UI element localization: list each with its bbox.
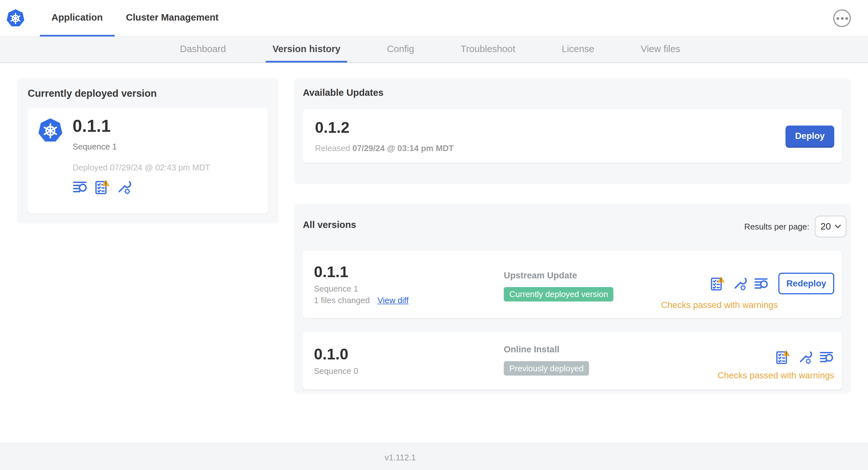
all-versions-card: All versions Results per page: 20 0.1.1 … [294,203,851,394]
preflight-checks-warning-icon[interactable] [775,349,790,364]
version-row: 0.1.1 Sequence 1 1 files changed View di… [303,250,842,318]
version-source-label: Online Install [504,345,589,355]
console-version: v1.112.1 [385,452,416,462]
chevron-down-icon [835,225,841,229]
console-footer: v1.112.1 [0,443,868,470]
tab-troubleshoot[interactable]: Troubleshoot [454,37,522,62]
deploy-button[interactable]: Deploy [786,125,834,146]
released-prefix: Released [315,143,350,153]
available-updates-card: Available Updates 0.1.2 Released 07/29/2… [294,78,851,184]
update-released-line: Released 07/29/24 @ 03:14 pm MDT [315,143,454,153]
all-versions-title: All versions [303,220,356,231]
deployed-sequence: Sequence 1 [72,141,210,151]
tab-version-history[interactable]: Version history [266,37,347,62]
previously-deployed-badge: Previously deployed [504,361,589,376]
preflight-status-text: Checks passed with warnings [661,300,778,310]
results-per-page-value: 20 [820,221,831,232]
deploy-logs-icon[interactable] [754,276,769,291]
released-timestamp: 07/29/24 @ 03:14 pm MDT [352,143,454,153]
ellipsis-icon [836,17,839,20]
version-actions-block: Redeploy Checks passed with warnings [661,273,834,310]
deployed-version-number: 0.1.1 [72,117,210,136]
available-updates-title: Available Updates [303,88,842,98]
preflight-status-text: Checks passed with warnings [717,371,834,381]
tab-dashboard[interactable]: Dashboard [174,37,232,62]
deployed-timestamp: Deployed 07/29/24 @ 02:43 pm MDT [72,163,210,172]
update-version-number: 0.1.2 [315,119,454,136]
tab-application[interactable]: Application [40,0,115,37]
all-versions-header: All versions Results per page: 20 [303,213,842,237]
tab-license[interactable]: License [555,37,601,62]
ellipsis-icon [845,17,848,20]
version-source-block: Online Install Previously deployed [504,345,589,375]
view-diff-link[interactable]: View diff [377,296,409,305]
results-per-page-select[interactable]: 20 [815,216,846,237]
deployed-version-actions [72,179,210,195]
admin-console-page: Application Cluster Management Dashboard… [0,0,868,470]
update-row: 0.1.2 Released 07/29/24 @ 03:14 pm MDT D… [303,109,842,163]
version-row: 0.1.0 Sequence 0 Online Install Previous… [303,332,842,389]
version-source-block: Upstream Update Currently deployed versi… [504,270,614,301]
tab-cluster-management[interactable]: Cluster Management [114,0,230,37]
ellipsis-icon [841,17,843,20]
kubernetes-logo [6,9,25,28]
version-source-label: Upstream Update [504,270,614,280]
edit-config-icon[interactable] [116,179,131,195]
edit-config-icon[interactable] [732,276,747,291]
files-changed-label: 1 files changed [314,296,370,305]
update-info: 0.1.2 Released 07/29/24 @ 03:14 pm MDT [315,119,454,153]
tab-config[interactable]: Config [380,37,421,62]
currently-deployed-card: Currently deployed version 0.1.1 Sequenc… [17,78,278,224]
tab-application-label: Application [52,12,103,23]
tab-view-files[interactable]: View files [634,37,687,62]
app-sub-nav: Dashboard Version history Config Trouble… [0,37,868,63]
redeploy-button[interactable]: Redeploy [778,273,834,294]
deployed-version-info: 0.1.1 Sequence 1 Deployed 07/29/24 @ 02:… [72,117,210,205]
version-actions: Redeploy [710,273,834,294]
currently-deployed-badge: Currently deployed version [504,287,614,302]
main-content: Currently deployed version 0.1.1 Sequenc… [0,63,868,443]
more-menu-button[interactable] [833,9,851,27]
preflight-checks-warning-icon[interactable] [710,276,724,291]
top-nav: Application Cluster Management [0,0,868,37]
deployed-version-card: 0.1.1 Sequence 1 Deployed 07/29/24 @ 02:… [28,108,268,214]
edit-config-icon[interactable] [797,349,812,364]
tab-cluster-management-label: Cluster Management [126,12,219,23]
deploy-logs-icon[interactable] [819,349,834,364]
results-per-page: Results per page: 20 [744,216,846,237]
deploy-logs-icon[interactable] [72,179,88,195]
version-actions-block: Checks passed with warnings [717,349,834,380]
results-per-page-label: Results per page: [744,222,809,231]
currently-deployed-title: Currently deployed version [28,88,268,100]
preflight-checks-warning-icon[interactable] [94,179,110,195]
version-actions [775,349,834,364]
app-icon-kubernetes [38,118,63,143]
top-tab-bar: Application Cluster Management [40,0,230,37]
